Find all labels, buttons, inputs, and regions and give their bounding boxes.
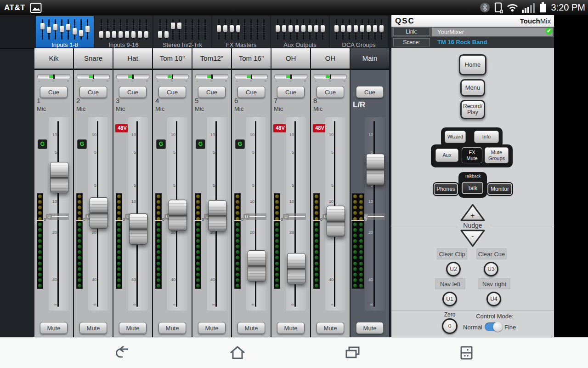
mini-fader: [290, 19, 291, 40]
user-button-u3[interactable]: U3: [484, 262, 498, 276]
user-button-u2[interactable]: U2: [446, 262, 461, 276]
info-button[interactable]: Info: [474, 131, 499, 143]
user-button-u4[interactable]: U4: [486, 292, 501, 306]
bank-tab-inputs-9-16[interactable]: Inputs 9-16: [95, 16, 153, 47]
bank-tab-inputs-1-8[interactable]: Inputs 1-8: [36, 16, 94, 47]
mute-button[interactable]: Mute: [198, 322, 226, 334]
pan-scale-label: C: [210, 80, 212, 82]
wizard-button[interactable]: Wizard: [445, 131, 466, 143]
back-icon[interactable]: [114, 345, 131, 361]
mute-button[interactable]: Mute: [40, 322, 68, 334]
mini-fader-cap: [177, 23, 181, 29]
cue-button[interactable]: Cue: [119, 86, 147, 98]
mute-button[interactable]: Mute: [356, 322, 384, 334]
bank-tab-fx-masters[interactable]: FX Masters: [212, 16, 270, 47]
channel-name-button[interactable]: Tom 16": [232, 48, 271, 70]
mini-fader-cap: [360, 25, 364, 32]
fader-handle[interactable]: [129, 213, 147, 245]
main-level-meter: [352, 193, 364, 289]
channel-name-button[interactable]: Tom12": [192, 48, 231, 70]
zero-button[interactable]: 0: [442, 318, 458, 334]
mute-button[interactable]: Mute: [237, 322, 265, 334]
pan-slider[interactable]: LCR: [37, 74, 70, 82]
mini-fader: [185, 19, 187, 40]
user-button-u1[interactable]: U1: [442, 292, 457, 306]
cue-button[interactable]: Cue: [40, 86, 68, 98]
mute-button[interactable]: Mute: [158, 322, 186, 334]
cue-button[interactable]: Cue: [158, 86, 186, 98]
fader-handle[interactable]: [50, 162, 68, 193]
meter-led: [157, 262, 160, 265]
control-panel: QSC TouchMix Link: YourMixer ✔ Scene: TM…: [391, 15, 554, 337]
mute-button[interactable]: Mute: [119, 322, 147, 334]
split-screen-icon[interactable]: [458, 345, 475, 361]
fader-handle[interactable]: [169, 200, 187, 231]
channel-name-button[interactable]: OH: [271, 48, 310, 70]
nudge-plus-button[interactable]: +: [459, 203, 486, 222]
control-mode-toggle[interactable]: [485, 322, 502, 331]
link-row: Link: YourMixer ✔: [391, 27, 554, 37]
pan-slider[interactable]: LCR: [274, 74, 307, 82]
cue-button[interactable]: Cue: [237, 86, 265, 98]
mute-button[interactable]: Mute: [79, 322, 107, 334]
scene-value[interactable]: TM 16 Rock Band: [437, 39, 487, 46]
pan-slider[interactable]: LCR: [116, 74, 149, 82]
pan-slider[interactable]: LCR: [314, 74, 347, 82]
clear-clip-label[interactable]: Clear Clip: [437, 248, 467, 259]
fader-handle[interactable]: [248, 250, 266, 282]
menu-button[interactable]: Menu: [460, 79, 485, 97]
fader-handle[interactable]: [90, 197, 108, 229]
home-button[interactable]: Home: [459, 54, 486, 75]
channel-name-button[interactable]: Hat: [113, 48, 152, 70]
link-value[interactable]: YourMixer: [432, 28, 553, 36]
bank-tab-stereo-in-2-trk[interactable]: Stereo In/2-Trk: [153, 16, 211, 47]
talk-button[interactable]: Talk: [462, 182, 483, 194]
scene-label: Scene:: [393, 38, 430, 46]
monitor-button[interactable]: Monitor: [487, 183, 512, 195]
recents-icon[interactable]: [344, 345, 361, 361]
channel-name-button[interactable]: Snare: [74, 48, 113, 70]
mute-button[interactable]: Mute: [317, 322, 344, 334]
bank-tab-aux-outputs[interactable]: Aux Outputs: [271, 16, 329, 47]
mini-fader: [120, 19, 121, 40]
phones-button[interactable]: Phones: [434, 183, 458, 195]
meter-led: [78, 278, 81, 282]
fader-handle[interactable]: [287, 253, 305, 284]
fader-scale-label: ∞: [247, 302, 254, 307]
pan-slider[interactable]: LCR: [235, 74, 268, 82]
channel-name-button[interactable]: Main: [351, 48, 389, 70]
mute-groups-button[interactable]: Mute Groups: [485, 147, 509, 163]
channel-name-button[interactable]: Tom 10": [153, 48, 192, 70]
fader-handle[interactable]: [208, 200, 226, 231]
meter-led: [38, 206, 42, 209]
home-icon[interactable]: [229, 345, 246, 361]
fader-handle[interactable]: [366, 154, 384, 185]
pan-scale-labels: LCR: [116, 80, 149, 82]
channel-name-button[interactable]: OH: [311, 48, 350, 70]
cue-button[interactable]: Cue: [277, 86, 305, 98]
nudge-minus-button[interactable]: -: [459, 229, 486, 248]
cue-button[interactable]: Cue: [198, 86, 226, 98]
meter-led: [315, 228, 318, 232]
mute-button[interactable]: Mute: [277, 322, 305, 334]
bank-tab-dca-groups[interactable]: DCA Groups: [330, 16, 388, 47]
meter-led: [359, 267, 363, 271]
nav-right-label[interactable]: Nav right: [478, 278, 510, 289]
pan-slider[interactable]: LCR: [195, 74, 228, 82]
fader-handle[interactable]: [327, 206, 345, 237]
fx-mute-button[interactable]: FX Mute: [462, 147, 482, 163]
nav-left-label[interactable]: Nav left: [435, 278, 465, 289]
record-play-button[interactable]: Record/ Play: [460, 100, 485, 119]
meter-row: [77, 239, 82, 243]
pan-slider[interactable]: LCR: [156, 74, 189, 82]
cue-button[interactable]: Cue: [79, 86, 107, 98]
cue-button[interactable]: Cue: [317, 86, 344, 98]
channel-name-button[interactable]: Kik: [34, 48, 73, 70]
pan-slider[interactable]: LCR: [77, 74, 110, 82]
meter-led: [157, 245, 160, 248]
cue-button[interactable]: Cue: [356, 86, 384, 98]
qsc-logo: QSC: [395, 17, 415, 25]
clear-cue-label[interactable]: Clear Cue: [476, 248, 507, 259]
aux-button[interactable]: Aux: [435, 149, 458, 162]
meter-led: [315, 273, 318, 276]
